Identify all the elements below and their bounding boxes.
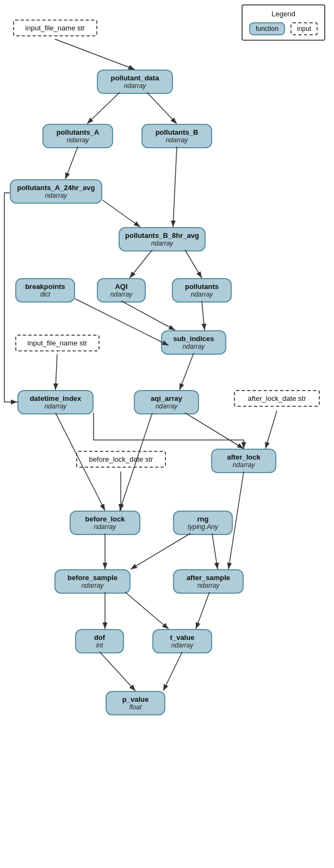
node-before-lock: before_lock ndarray xyxy=(70,511,140,535)
svg-line-2 xyxy=(87,92,120,124)
node-after-lock-date: after_lock_date str xyxy=(234,390,320,407)
svg-line-22 xyxy=(212,533,218,569)
legend-input-node: input xyxy=(290,22,318,35)
diagram-container: Legend function input input_file_name st… xyxy=(0,0,334,868)
node-aqi-array: aqi_array ndarray xyxy=(134,390,199,414)
legend-items: function input xyxy=(249,22,318,35)
node-datetime-index: datetime_index ndarray xyxy=(17,390,94,414)
svg-line-12 xyxy=(55,354,57,390)
svg-line-15 xyxy=(265,411,277,449)
svg-line-13 xyxy=(180,353,194,390)
svg-line-25 xyxy=(196,592,209,629)
node-input-file-name-mid: input_file_name str xyxy=(15,335,100,351)
node-pollutants-b-8hr-avg: pollutants_B_8hr_avg ndarray xyxy=(119,227,206,251)
legend-title: Legend xyxy=(249,10,318,18)
node-before-lock-date: before_lock_date str xyxy=(76,451,166,468)
node-before-sample: before_sample ndarray xyxy=(54,569,131,594)
svg-line-14 xyxy=(185,413,244,449)
svg-line-27 xyxy=(163,652,182,691)
svg-line-1 xyxy=(55,39,135,70)
node-sub-indices: sub_indices ndarray xyxy=(161,330,226,355)
svg-line-26 xyxy=(100,652,135,691)
node-t-value: t_value ndarray xyxy=(152,629,212,653)
node-pollutant-data: pollutant_data ndarray xyxy=(97,70,173,94)
node-after-sample: after_sample ndarray xyxy=(173,569,244,594)
node-aqi: AQI ndarray xyxy=(97,278,146,303)
svg-line-11 xyxy=(202,301,205,330)
svg-line-10 xyxy=(121,301,175,330)
legend: Legend function input xyxy=(242,4,325,41)
node-pollutants-a-24hr-avg: pollutants_A_24hr_avg ndarray xyxy=(10,179,102,204)
svg-line-24 xyxy=(125,592,169,629)
svg-line-5 xyxy=(173,147,177,227)
node-pollutants-a: pollutants_A ndarray xyxy=(42,124,113,148)
svg-line-21 xyxy=(131,533,190,569)
node-after-lock: after_lock ndarray xyxy=(211,449,276,473)
node-rng: rng typing.Any xyxy=(173,511,233,535)
svg-line-3 xyxy=(147,92,177,124)
node-p-value: p_value float xyxy=(106,691,165,715)
svg-line-7 xyxy=(129,250,152,278)
legend-function-node: function xyxy=(249,22,285,35)
svg-line-8 xyxy=(185,250,202,278)
svg-line-4 xyxy=(65,147,78,179)
node-pollutants: pollutants ndarray xyxy=(172,278,232,303)
node-pollutants-b: pollutants_B ndarray xyxy=(141,124,212,148)
node-dof: dof int xyxy=(75,629,124,653)
svg-line-6 xyxy=(102,200,140,227)
node-input-file-name-top: input_file_name str xyxy=(13,20,97,36)
node-breakpoints: breakpoints dict xyxy=(15,278,75,303)
